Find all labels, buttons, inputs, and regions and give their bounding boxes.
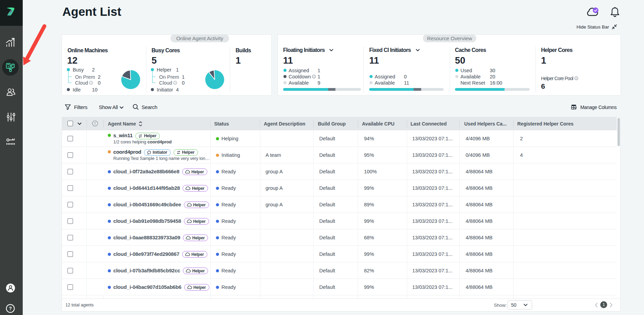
svg-text:?: ?	[9, 306, 12, 311]
